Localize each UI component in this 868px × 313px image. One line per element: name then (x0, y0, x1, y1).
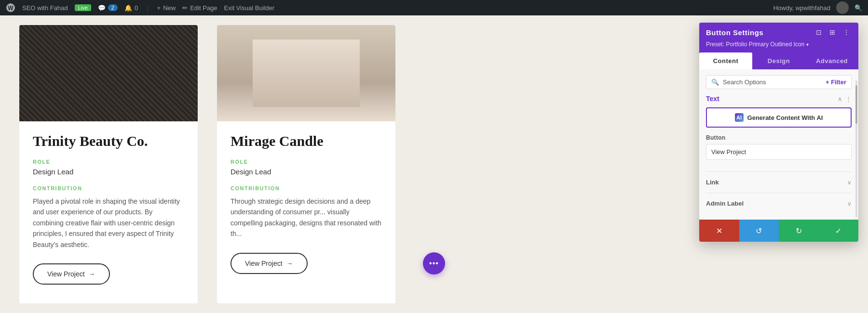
edit-page-link[interactable]: ✏ Edit Page (182, 4, 217, 12)
contribution-text-trinity: Played a pivotal role in shaping the vis… (33, 196, 184, 250)
search-input[interactable] (723, 78, 822, 86)
admin-bar-right: Howdy, wpwithfahad 🔍 (773, 1, 862, 14)
view-project-arrow-trinity: → (89, 270, 95, 278)
role-value-mirage: Design Lead (231, 168, 382, 176)
text-section-title: Text (706, 95, 719, 103)
text-section: Text ∧ ⋮ AI Generate Content With AI But… (706, 95, 852, 167)
link-section-header[interactable]: Link ∨ (706, 177, 852, 188)
search-bar: 🔍 + Filter (706, 75, 852, 89)
portfolio-card-trinity: Trinity Beauty Co. ROLE Design Lead CONT… (19, 25, 198, 303)
avatar (836, 1, 849, 14)
admin-label-chevron-icon: ∨ (847, 200, 852, 207)
undo-icon: ↺ (756, 226, 762, 235)
cancel-icon: ✕ (716, 226, 722, 235)
button-field-input[interactable] (706, 144, 852, 160)
floating-action-button[interactable]: ••• (423, 252, 445, 274)
divider: | (147, 4, 148, 12)
card-title-mirage: Mirage Candle (231, 133, 382, 149)
exit-builder-link[interactable]: Exit Visual Builder (224, 4, 275, 12)
comments-link[interactable]: 💬 2 (98, 4, 118, 12)
panel-header: Button Settings ⊡ ⊞ ⋮ (699, 23, 858, 41)
panel-more-icon[interactable]: ⋮ (841, 27, 852, 37)
howdy-text: Howdy, wpwithfahad (773, 4, 830, 12)
filter-label: + Filter (826, 78, 846, 86)
panel-footer: ✕ ↺ ↻ ✓ (699, 220, 858, 242)
contribution-label-trinity: CONTRIBUTION (33, 185, 184, 191)
preset-chevron-icon: ▾ (806, 42, 809, 47)
new-label: New (163, 4, 176, 12)
svg-text:W: W (8, 5, 14, 12)
tab-content[interactable]: Content (699, 52, 752, 69)
cancel-button[interactable]: ✕ (699, 220, 739, 242)
wp-logo-link[interactable]: W (6, 3, 15, 13)
panel-resize-icon[interactable]: ⊡ (814, 27, 824, 37)
tab-advanced[interactable]: Advanced (805, 52, 858, 69)
more-icon[interactable]: ⋮ (845, 95, 852, 103)
text-section-header: Text ∧ ⋮ (706, 95, 852, 103)
notif-icon: 🔔 (124, 4, 132, 12)
view-project-arrow-mirage: → (286, 260, 293, 267)
site-name-link[interactable]: SEO with Fahad (22, 4, 68, 12)
panel-header-icons: ⊡ ⊞ ⋮ (814, 27, 852, 37)
site-name: SEO with Fahad (22, 4, 68, 12)
link-section-title: Link (706, 179, 719, 186)
ai-icon: AI (735, 113, 744, 122)
ai-generate-button[interactable]: AI Generate Content With AI (706, 107, 852, 128)
search-link[interactable]: 🔍 (854, 4, 862, 12)
undo-button[interactable]: ↺ (739, 220, 779, 242)
admin-bar-left: W SEO with Fahad Live 💬 2 🔔 0 | + New ✏ … (6, 3, 766, 13)
role-label-mirage: ROLE (231, 159, 382, 165)
comment-icon: 💬 (98, 4, 106, 12)
collapse-icon[interactable]: ∧ (838, 95, 842, 103)
admin-label-header[interactable]: Admin Label ∨ (706, 198, 852, 209)
pencil-icon: ✏ (182, 4, 188, 12)
panel-tabs: Content Design Advanced (699, 52, 858, 69)
live-badge: Live (75, 4, 91, 11)
notif-count: 0 (135, 4, 138, 12)
link-section: Link ∨ (706, 171, 852, 193)
admin-label-title: Admin Label (706, 200, 744, 207)
card-body-mirage: Mirage Candle ROLE Design Lead CONTRIBUT… (217, 121, 395, 289)
mirage-image-detail (253, 39, 360, 107)
view-project-btn-mirage[interactable]: View Project → (231, 253, 308, 274)
role-label-trinity: ROLE (33, 159, 184, 165)
admin-label-section: Admin Label ∨ (706, 193, 852, 214)
redo-button[interactable]: ↻ (779, 220, 819, 242)
page-content: Trinity Beauty Co. ROLE Design Lead CONT… (0, 15, 868, 313)
link-chevron-icon: ∨ (847, 179, 852, 186)
filter-button[interactable]: + Filter (826, 78, 846, 86)
save-button[interactable]: ✓ (819, 220, 859, 242)
admin-bar: W SEO with Fahad Live 💬 2 🔔 0 | + New ✏ … (0, 0, 868, 15)
plus-icon: + (157, 4, 161, 12)
exit-builder-label: Exit Visual Builder (224, 4, 275, 12)
card-image-trinity (19, 25, 198, 121)
panel-body: 🔍 + Filter Text ∧ ⋮ AI Gene (699, 69, 858, 220)
redo-icon: ↻ (796, 226, 802, 235)
card-body-trinity: Trinity Beauty Co. ROLE Design Lead CONT… (19, 121, 198, 300)
fab-icon: ••• (429, 259, 439, 268)
text-section-icons: ∧ ⋮ (838, 95, 852, 103)
tab-design[interactable]: Design (752, 52, 805, 69)
edit-page-label: Edit Page (190, 4, 217, 12)
panel-scrollbar-thumb (855, 85, 857, 124)
ai-generate-label: Generate Content With AI (747, 114, 823, 121)
preset-label: Preset: Portfolio Primary Outlined Icon (706, 41, 804, 48)
contribution-text-mirage: Through strategic design decisions and a… (231, 196, 382, 239)
new-link[interactable]: + New (157, 4, 176, 12)
view-project-label-mirage: View Project (245, 260, 283, 267)
view-project-label-trinity: View Project (47, 270, 85, 278)
card-title-trinity: Trinity Beauty Co. (33, 133, 184, 149)
panel-grid-icon[interactable]: ⊞ (827, 27, 837, 37)
view-project-btn-trinity[interactable]: View Project → (33, 263, 110, 285)
save-icon: ✓ (835, 226, 841, 235)
panel-scrollbar[interactable] (855, 80, 857, 218)
panel-preset[interactable]: Preset: Portfolio Primary Outlined Icon … (699, 41, 858, 52)
search-icon: 🔍 (711, 78, 719, 86)
button-field-label: Button (706, 134, 852, 141)
search-icon: 🔍 (854, 4, 862, 12)
settings-panel: Button Settings ⊡ ⊞ ⋮ Preset: Portfolio … (699, 23, 858, 242)
wp-logo-icon: W (6, 3, 15, 13)
portfolio-card-mirage: Mirage Candle ROLE Design Lead CONTRIBUT… (217, 25, 395, 303)
comments-count: 2 (108, 4, 118, 11)
notif-link[interactable]: 🔔 0 (124, 4, 138, 12)
